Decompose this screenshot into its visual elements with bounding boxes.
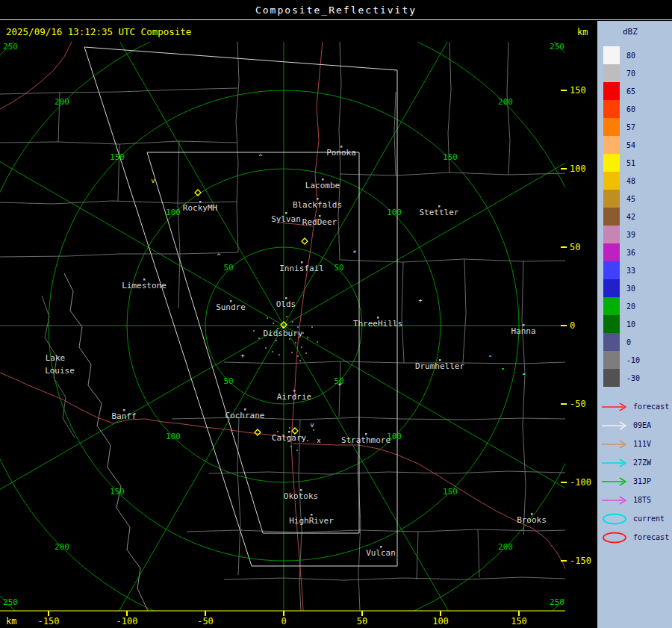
legend-item: 09EA — [600, 416, 669, 435]
colorbar-entry: 80 — [603, 46, 640, 64]
colorbar-swatch — [603, 279, 620, 297]
city-label: Hanna — [511, 326, 535, 336]
colorbar-swatch — [603, 154, 620, 172]
colorbar-label: 36 — [626, 249, 635, 257]
right-axis-unit: km — [577, 27, 588, 37]
range-ring-grid — [0, 21, 597, 628]
clutter-symbol: x — [317, 437, 321, 444]
city-label: Lacombe — [305, 181, 340, 190]
colorbar-label: 0 — [626, 338, 631, 346]
colorbar-swatch — [603, 190, 620, 208]
clutter-symbol: + — [240, 352, 245, 359]
range-ring-label: 50 — [223, 376, 233, 386]
legend-label: forecast — [633, 533, 669, 541]
colorbar-label: 30 — [626, 285, 635, 293]
legend-arrow-icon — [600, 457, 632, 469]
colorbar-label: 60 — [626, 105, 635, 114]
colorbar-label: 54 — [626, 141, 635, 149]
city-label: Blackfalds — [293, 200, 342, 210]
legend-ellipse-icon — [600, 532, 632, 544]
range-ring-label: 200 — [55, 542, 69, 552]
range-ring-label: 150 — [443, 487, 458, 497]
radar-map-canvas: 5010015020025050100150200250501001502002… — [0, 21, 597, 628]
right-axis-tick-label: -100 — [570, 477, 591, 488]
legend-item: current — [600, 509, 669, 528]
city-label: Okotoks — [284, 491, 318, 501]
colorbar-entry: 36 — [603, 243, 640, 261]
colorbar-entry: 45 — [603, 190, 640, 208]
bottom-axis-tick-label: -150 — [38, 616, 60, 627]
legend-arrow-icon — [600, 438, 632, 450]
colorbar-label: 70 — [626, 69, 635, 78]
colorbar-swatch — [603, 208, 620, 226]
window-title: Composite_Reflectivity — [255, 4, 417, 16]
legend-label: current — [633, 514, 665, 523]
legend-label: 27ZW — [633, 458, 651, 467]
colorbar-entry: -30 — [603, 369, 640, 387]
city-label: RockyMH — [183, 203, 217, 213]
range-ring-label: 150 — [110, 487, 125, 497]
clutter-symbol: v — [151, 177, 155, 184]
right-axis-tick-label: 150 — [570, 85, 586, 96]
legend-item: 31JP — [600, 472, 669, 491]
colorbar-entry: 33 — [603, 261, 640, 279]
legend-panel: dBZ 807065605754514845423936333020100-10… — [597, 21, 672, 628]
colorbar-swatch — [603, 261, 620, 279]
right-axis-tick-label: -50 — [570, 399, 586, 409]
timestamp: 2025/09/16 13:12:35 UTC Composite — [6, 26, 191, 37]
bottom-axis-tick-label: 150 — [511, 616, 527, 627]
target-diamond-marker — [302, 238, 308, 244]
colorbar-label: 42 — [626, 213, 635, 221]
legend-label: 111V — [633, 440, 651, 448]
colorbar-swatch — [603, 100, 620, 118]
colorbar-entry: 10 — [603, 315, 640, 333]
legend-item: 111V — [600, 435, 669, 453]
colorbar-label: 51 — [626, 159, 635, 167]
colorbar-entry: 48 — [603, 172, 640, 190]
clutter-symbol: + — [418, 296, 423, 304]
legend-item: forecast — [600, 528, 669, 547]
colorbar-label: 10 — [626, 320, 635, 329]
bottom-axis-tick-label: 0 — [281, 616, 286, 627]
clutter-symbol: ^ — [258, 153, 263, 161]
target-diamond-marker — [255, 429, 261, 435]
range-ring-label: 150 — [110, 152, 125, 162]
window-titlebar: Composite_Reflectivity — [0, 0, 672, 20]
colorbar-label: -10 — [626, 356, 640, 364]
city-label: Drumheller — [415, 361, 465, 371]
colorbar-entry: 42 — [603, 208, 640, 226]
colorbar-label: -30 — [626, 374, 640, 382]
bottom-axis-unit: km — [6, 616, 16, 627]
colorbar-swatch — [603, 297, 620, 315]
colorbar-swatch — [603, 226, 620, 243]
range-ring-label: 50 — [334, 263, 343, 273]
city-label: ThreeHills — [353, 319, 402, 329]
colorbar-swatch — [603, 82, 620, 100]
legend-item: 18TS — [600, 491, 669, 509]
clutter-symbol: + — [337, 380, 342, 388]
city-label: Calgary — [272, 433, 307, 443]
legend-item: 27ZW — [600, 453, 669, 472]
colorbar-entry: 0 — [603, 333, 640, 351]
legend-label: 09EA — [633, 421, 651, 429]
colorbar-swatch — [603, 136, 620, 154]
colorbar-swatch — [603, 172, 620, 190]
colorbar-entry: 51 — [603, 154, 640, 172]
colorbar-swatch — [603, 369, 620, 387]
right-axis-tick-label: 0 — [570, 320, 575, 331]
radar-map-area: 5010015020025050100150200250501001502002… — [0, 21, 597, 628]
colorbar-entry: 54 — [603, 136, 640, 154]
colorbar-label: 20 — [626, 302, 635, 311]
city-label: Sundre — [216, 302, 246, 312]
range-ring-label: 50 — [223, 263, 233, 273]
colorbar-entry: -10 — [603, 351, 640, 369]
right-axis-tick-label: 100 — [570, 164, 586, 174]
colorbar-label: 65 — [626, 87, 635, 96]
city-label: Vulcan — [366, 548, 396, 558]
bottom-axis-tick-label: 50 — [357, 616, 367, 627]
bottom-axis-tick-label: -100 — [116, 616, 138, 627]
bottom-axis-tick-label: -50 — [197, 616, 214, 627]
range-ring-label: 100 — [166, 208, 181, 217]
legend-label: forecast — [633, 402, 669, 411]
city-label: Stettler — [420, 208, 459, 217]
